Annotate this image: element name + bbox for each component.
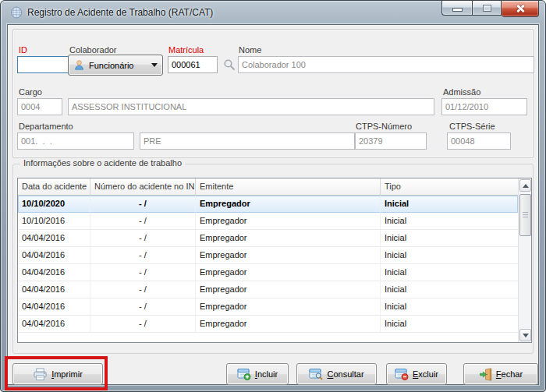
fechar-label: Fechar — [496, 369, 523, 379]
scroll-up-button[interactable] — [519, 179, 531, 192]
scroll-down-button[interactable] — [519, 329, 531, 341]
id-label: ID — [19, 45, 27, 55]
table-cell: Empregador — [196, 264, 381, 281]
triangle-up-icon — [523, 184, 529, 188]
table-cell: Inicial — [381, 264, 518, 281]
table-cell: 04/04/2016 — [18, 281, 90, 298]
ctps-serie-field: 00048 — [447, 132, 511, 150]
scrollbar-thumb[interactable] — [519, 194, 531, 236]
excluir-button[interactable]: Excluir — [386, 363, 447, 385]
accidents-group-title: Informações sobre o acidente de trabalho — [20, 158, 185, 168]
exit-door-icon — [479, 368, 492, 381]
add-record-icon — [237, 368, 251, 380]
column-header-tipo[interactable]: Tipo — [381, 178, 518, 195]
table-cell: Inicial — [381, 316, 518, 333]
delete-record-icon — [395, 368, 409, 380]
table-cell: 04/04/2016 — [18, 298, 90, 316]
id-field[interactable]: 100 — [17, 56, 69, 73]
titlebar[interactable]: Registro de Acidente de Trabalho (RAT/CA… — [1, 1, 545, 24]
table-cell: Empregador — [196, 230, 381, 247]
table-cell: - / — [90, 264, 196, 281]
cargo-label: Cargo — [19, 87, 42, 97]
maximize-icon — [483, 5, 491, 12]
accident-rows: 10/10/2020- /EmpregadorInicial10/10/2016… — [18, 196, 518, 333]
consultar-label: Consultar — [327, 369, 363, 379]
table-row[interactable]: 04/04/2016- /EmpregadorInicial — [18, 281, 518, 298]
screenshot-stage: Registro de Acidente de Trabalho (RAT/CA… — [0, 0, 546, 392]
consultar-button[interactable]: Consultar — [296, 363, 377, 385]
highlight-annotation — [5, 356, 108, 390]
table-cell: 10/10/2020 — [18, 196, 90, 213]
table-cell: - / — [90, 213, 196, 230]
incluir-label: Incluir — [255, 369, 278, 379]
close-button[interactable] — [502, 1, 539, 17]
table-row[interactable]: 04/04/2016- /EmpregadorInicial — [18, 316, 518, 333]
table-cell: - / — [90, 247, 196, 264]
table-header: Data do acidente Número do acidente no I… — [18, 178, 518, 196]
table-cell: Empregador — [196, 196, 381, 213]
table-cell: - / — [90, 230, 196, 247]
nome-field: Colaborador 100 — [238, 56, 534, 73]
column-header-emitente[interactable]: Emitente — [196, 178, 381, 195]
caption-buttons — [441, 1, 539, 17]
admissao-label: Admissão — [443, 87, 480, 97]
search-record-icon — [309, 368, 323, 380]
app-icon — [10, 6, 23, 19]
table-cell: 04/04/2016 — [18, 316, 90, 333]
table-cell: Inicial — [381, 281, 518, 298]
table-cell: Inicial — [381, 247, 518, 264]
table-cell: Empregador — [196, 281, 381, 298]
dialog-body: ID 100 Colaborador Funcionário Matrícula… — [7, 24, 539, 385]
search-icon[interactable] — [223, 58, 236, 71]
table-cell: Empregador — [196, 213, 381, 230]
nome-label: Nome — [239, 45, 261, 55]
table-row[interactable]: 10/10/2016- /EmpregadorInicial — [18, 213, 518, 230]
table-cell: Empregador — [196, 247, 381, 264]
table-row[interactable]: 04/04/2016- /EmpregadorInicial — [18, 230, 518, 247]
table-cell: 04/04/2016 — [18, 247, 90, 264]
accidents-table[interactable]: Data do acidente Número do acidente no I… — [17, 178, 532, 343]
column-header-data[interactable]: Data do acidente — [18, 178, 90, 195]
table-cell: - / — [90, 281, 196, 298]
table-cell: - / — [90, 196, 196, 213]
incluir-button[interactable]: Incluir — [226, 363, 289, 385]
table-cell: Empregador — [196, 298, 381, 316]
matricula-label: Matrícula — [168, 45, 204, 55]
admissao-field: 01/12/2010 — [441, 98, 527, 115]
table-cell: 04/04/2016 — [18, 230, 90, 247]
table-cell: 10/10/2016 — [18, 213, 90, 230]
table-cell: Empregador — [196, 316, 381, 333]
table-row[interactable]: 04/04/2016- /EmpregadorInicial — [18, 247, 518, 264]
departamento-nome-field: PRE — [140, 132, 355, 150]
ctps-serie-label: CTPS-Série — [449, 122, 495, 131]
fechar-button[interactable]: Fechar — [463, 363, 538, 385]
table-cell: Inicial — [381, 298, 518, 316]
excluir-label: Excluir — [413, 369, 438, 379]
table-row[interactable]: 04/04/2016- /EmpregadorInicial — [18, 264, 518, 281]
table-cell: 04/04/2016 — [18, 264, 90, 281]
colaborador-combobox[interactable]: Funcionário — [68, 55, 163, 76]
window-title: Registro de Acidente de Trabalho (RAT/CA… — [27, 7, 213, 18]
table-cell: - / — [90, 316, 196, 333]
ctps-numero-field: 20379 — [355, 132, 427, 150]
minimize-icon — [453, 9, 462, 11]
column-header-numero-inss[interactable]: Número do acidente no INSS — [90, 178, 196, 195]
table-cell: - / — [90, 298, 196, 316]
person-icon — [73, 59, 85, 71]
departamento-code-field: 001. . . — [17, 132, 134, 150]
table-cell: Inicial — [381, 213, 518, 230]
dialog-window: Registro de Acidente de Trabalho (RAT/CA… — [0, 0, 546, 392]
chevron-down-icon — [151, 63, 158, 67]
table-row[interactable]: 10/10/2020- /EmpregadorInicial — [18, 196, 518, 213]
table-cell: Inicial — [381, 230, 518, 247]
table-cell: Inicial — [381, 196, 518, 213]
table-row[interactable]: 04/04/2016- /EmpregadorInicial — [18, 298, 518, 316]
colaborador-value: Funcionário — [89, 61, 133, 70]
maximize-button[interactable] — [472, 1, 502, 16]
minimize-button[interactable] — [441, 1, 472, 16]
triangle-down-icon — [523, 334, 529, 337]
vertical-scrollbar[interactable] — [518, 178, 531, 342]
ctps-numero-label: CTPS-Número — [356, 122, 412, 131]
departamento-label: Departamento — [19, 122, 73, 131]
matricula-field[interactable]: 000061 — [168, 56, 218, 73]
